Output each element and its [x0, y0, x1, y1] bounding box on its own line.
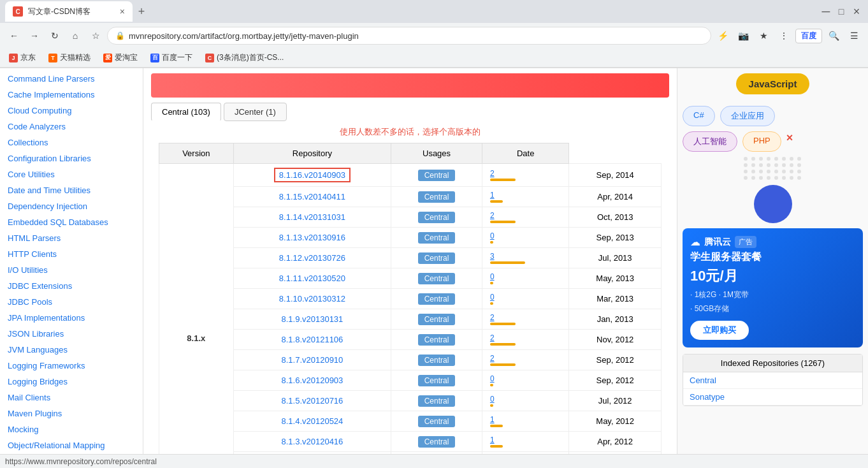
sidebar-item-configuration[interactable]: Configuration Libraries: [0, 150, 143, 166]
bookmark-jd[interactable]: J 京东: [5, 51, 40, 64]
sidebar-item-mail[interactable]: Mail Clients: [0, 390, 143, 406]
version-link[interactable]: 8.1.9.v20130131: [281, 314, 343, 324]
browser-chrome: C 写文章-CSDN博客 × + ─ □ × ← → ↻ ⌂ ☆ 🔒 mvnre…: [0, 0, 868, 68]
group-label: 8.1.x: [159, 164, 234, 455]
sidebar-item-loggingbridges[interactable]: Logging Bridges: [0, 374, 143, 390]
sidebar-item-cache[interactable]: Cache Implementations: [0, 87, 143, 103]
usage-number[interactable]: 2: [490, 354, 495, 363]
maximize-button[interactable]: □: [835, 5, 848, 18]
menu-button[interactable]: ☰: [845, 27, 863, 45]
version-link[interactable]: 8.1.7.v20120910: [281, 355, 343, 365]
tag-ai[interactable]: 人工智能: [683, 131, 737, 152]
search-button[interactable]: 🔍: [825, 27, 843, 45]
usage-number[interactable]: 1: [490, 191, 495, 200]
usage-number[interactable]: 2: [490, 169, 495, 178]
sidebar-item-jdbc[interactable]: JDBC Extensions: [0, 278, 143, 294]
sidebar-item-embedded[interactable]: Embedded SQL Databases: [0, 214, 143, 230]
bookmark-csdn[interactable]: C (3条消息)首页-CS...: [201, 51, 287, 64]
active-tab[interactable]: C 写文章-CSDN博客 ×: [5, 1, 133, 22]
usage-number[interactable]: 0: [490, 374, 495, 383]
usage-cell: 0: [482, 289, 568, 309]
bookmark-button[interactable]: ☆: [87, 27, 105, 45]
js-badge[interactable]: JavaScript: [736, 73, 810, 94]
ad-label: 广告: [735, 236, 756, 248]
tab-close-button[interactable]: ×: [120, 6, 125, 17]
usage-number[interactable]: 1: [490, 415, 495, 424]
sidebar-item-http[interactable]: HTTP Clients: [0, 246, 143, 262]
refresh-button[interactable]: ↻: [46, 27, 64, 45]
usage-number[interactable]: 0: [490, 395, 495, 404]
back-button[interactable]: ←: [5, 27, 23, 45]
table-row: 8.1.6.v20120903Central0Sep, 2012: [159, 370, 662, 391]
version-link[interactable]: 8.1.4.v20120524: [281, 416, 343, 426]
close-button[interactable]: ×: [850, 5, 863, 18]
sidebar-item-orm[interactable]: Object/Relational Mapping: [0, 437, 143, 453]
screenshot-button[interactable]: 📷: [734, 27, 752, 45]
sidebar-item-json[interactable]: JSON Libraries: [0, 326, 143, 342]
baidu-search[interactable]: 百度: [795, 29, 822, 43]
version-link[interactable]: 8.1.13.v20130916: [279, 233, 345, 242]
version-link[interactable]: 8.1.5.v20120716: [281, 396, 343, 406]
usage-cell: 0: [482, 391, 568, 411]
sidebar-item-html[interactable]: HTML Parsers: [0, 230, 143, 246]
version-link-highlighted[interactable]: 8.1.16.v20140903: [274, 168, 351, 182]
close-ad-button[interactable]: ×: [786, 131, 793, 152]
sidebar-item-jvm[interactable]: JVM Languages: [0, 342, 143, 358]
sidebar-item-maven[interactable]: Maven Plugins: [0, 406, 143, 421]
bookmark-tianmao[interactable]: T 天猫精选: [45, 51, 94, 64]
central-tab[interactable]: Central (103): [151, 103, 221, 121]
new-tab-button[interactable]: +: [133, 3, 150, 20]
version-link[interactable]: 8.1.11.v20130520: [279, 274, 345, 283]
sidebar-item-logging[interactable]: Logging Frameworks: [0, 358, 143, 374]
usage-number[interactable]: 3: [490, 252, 495, 261]
indexed-central[interactable]: Central: [683, 372, 862, 389]
jcenter-tab[interactable]: JCenter (1): [224, 103, 287, 121]
tag-enterprise[interactable]: 企业应用: [720, 106, 775, 126]
usage-number[interactable]: 0: [490, 272, 495, 281]
indexed-sonatype[interactable]: Sonatype: [683, 389, 862, 406]
forward-button[interactable]: →: [25, 27, 43, 45]
home-button[interactable]: ⌂: [66, 27, 84, 45]
date-cell: Jan, 2013: [569, 309, 662, 330]
repo-badge: Central: [418, 436, 456, 448]
tab-favicon: C: [13, 6, 23, 17]
sidebar-item-io[interactable]: I/O Utilities: [0, 262, 143, 278]
version-link[interactable]: 8.1.8.v20121106: [281, 335, 343, 344]
version-link[interactable]: 8.1.3.v20120416: [281, 437, 343, 446]
usage-number[interactable]: 2: [490, 333, 495, 342]
usage-number[interactable]: 0: [490, 293, 495, 302]
usage-number[interactable]: 0: [490, 231, 495, 240]
version-link[interactable]: 8.1.14.v20131031: [279, 212, 345, 222]
tag-php[interactable]: PHP: [742, 131, 781, 152]
usage-number[interactable]: 2: [490, 211, 495, 220]
sidebar-item-commandline[interactable]: Command Line Parsers: [0, 71, 143, 87]
bookmark-baidu[interactable]: 百 百度一下: [147, 51, 196, 64]
bookmark-taobao[interactable]: 爱 爱淘宝: [99, 51, 141, 64]
bolt-button[interactable]: ⚡: [714, 27, 732, 45]
sidebar-item-datetime[interactable]: Date and Time Utilities: [0, 182, 143, 198]
version-link[interactable]: 8.1.12.v20130726: [279, 253, 345, 263]
date-cell: May, 2013: [569, 268, 662, 289]
usage-number[interactable]: 1: [490, 435, 495, 444]
version-link[interactable]: 8.1.10.v20130312: [279, 294, 345, 303]
date-cell: Sep, 2012: [569, 350, 662, 370]
sidebar-item-mocking[interactable]: Mocking: [0, 421, 143, 437]
version-link[interactable]: 8.1.6.v20120903: [281, 376, 343, 385]
tag-csharp[interactable]: C#: [683, 106, 715, 126]
minimize-button[interactable]: ─: [820, 5, 832, 18]
usage-cell: 1: [482, 411, 568, 432]
version-link[interactable]: 8.1.15.v20140411: [279, 192, 345, 201]
usage-number[interactable]: 2: [490, 313, 495, 322]
sidebar-item-jpa[interactable]: JPA Implementations: [0, 310, 143, 326]
sidebar-item-jdbcpools[interactable]: JDBC Pools: [0, 294, 143, 310]
sidebar-item-di[interactable]: Dependency Injection: [0, 198, 143, 214]
sidebar-item-collections[interactable]: Collections: [0, 135, 143, 150]
address-bar[interactable]: 🔒 mvnrepository.com/artifact/org.mortbay…: [107, 27, 711, 45]
more-button[interactable]: ⋮: [775, 27, 793, 45]
sidebar-item-coreutilities[interactable]: Core Utilities: [0, 166, 143, 182]
repo-badge: Central: [418, 212, 456, 223]
ad-buy-button[interactable]: 立即购买: [690, 321, 749, 340]
sidebar-item-codeanalyzers[interactable]: Code Analyzers: [0, 119, 143, 135]
sidebar-item-cloud[interactable]: Cloud Computing: [0, 103, 143, 119]
star-button[interactable]: ★: [755, 27, 772, 45]
